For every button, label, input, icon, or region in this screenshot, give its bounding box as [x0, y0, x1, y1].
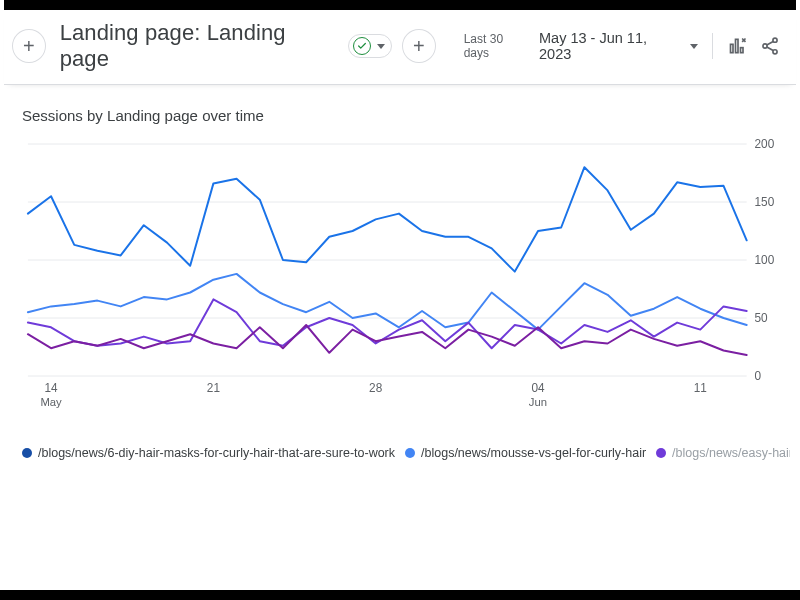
- svg-text:50: 50: [755, 311, 769, 325]
- svg-text:21: 21: [207, 381, 221, 395]
- check-circle-icon: [353, 37, 371, 55]
- svg-text:May: May: [40, 396, 62, 408]
- line-chart: 05010015020014May212804Jun11: [22, 136, 790, 436]
- svg-text:04: 04: [531, 381, 545, 395]
- add-comparison-button-right[interactable]: +: [402, 29, 436, 63]
- customize-report-button[interactable]: [727, 34, 751, 58]
- date-range-preset-label: Last 30 days: [464, 32, 531, 60]
- svg-text:150: 150: [755, 195, 775, 209]
- chart-title: Sessions by Landing page over time: [22, 107, 790, 124]
- svg-text:11: 11: [694, 381, 708, 395]
- date-range-text: May 13 - Jun 11, 2023: [539, 30, 682, 62]
- svg-rect-1: [736, 39, 739, 52]
- legend-item-1[interactable]: /blogs/news/6-diy-hair-masks-for-curly-h…: [22, 446, 395, 460]
- legend-swatch: [405, 448, 415, 458]
- svg-text:200: 200: [755, 137, 775, 151]
- filter-status-chip[interactable]: [348, 34, 392, 58]
- legend-item-3[interactable]: /blogs/news/easy-hairstyles-for-your-: [656, 446, 790, 460]
- svg-text:Jun: Jun: [529, 396, 547, 408]
- svg-text:0: 0: [755, 369, 762, 383]
- chart-svg: 05010015020014May212804Jun11: [22, 136, 790, 416]
- svg-text:100: 100: [755, 253, 775, 267]
- chart-card: Sessions by Landing page over time 05010…: [4, 85, 796, 464]
- date-range-block: Last 30 days May 13 - Jun 11, 2023: [464, 30, 782, 62]
- divider: [712, 33, 713, 59]
- svg-rect-2: [741, 48, 744, 53]
- title-block: Landing page: Landing page +: [60, 20, 436, 72]
- svg-text:28: 28: [369, 381, 383, 395]
- chevron-down-icon: [690, 44, 698, 49]
- chevron-down-icon: [377, 44, 385, 49]
- report-header: + Landing page: Landing page + Last 30 d…: [4, 10, 796, 85]
- legend-item-2[interactable]: /blogs/news/mousse-vs-gel-for-curly-hair: [405, 446, 646, 460]
- date-range-picker[interactable]: May 13 - Jun 11, 2023: [539, 30, 698, 62]
- legend-label: /blogs/news/6-diy-hair-masks-for-curly-h…: [38, 446, 395, 460]
- legend-label: /blogs/news/easy-hairstyles-for-your-: [672, 446, 790, 460]
- svg-text:14: 14: [45, 381, 59, 395]
- legend-swatch: [656, 448, 666, 458]
- svg-point-3: [773, 38, 777, 42]
- svg-rect-0: [731, 44, 734, 52]
- legend-swatch: [22, 448, 32, 458]
- svg-point-5: [773, 50, 777, 54]
- svg-point-4: [763, 44, 767, 48]
- chart-legend: /blogs/news/6-diy-hair-masks-for-curly-h…: [22, 436, 790, 464]
- legend-label: /blogs/news/mousse-vs-gel-for-curly-hair: [421, 446, 646, 460]
- report-title: Landing page: Landing page: [60, 20, 338, 72]
- add-comparison-button-left[interactable]: +: [12, 29, 46, 63]
- share-button[interactable]: [758, 34, 782, 58]
